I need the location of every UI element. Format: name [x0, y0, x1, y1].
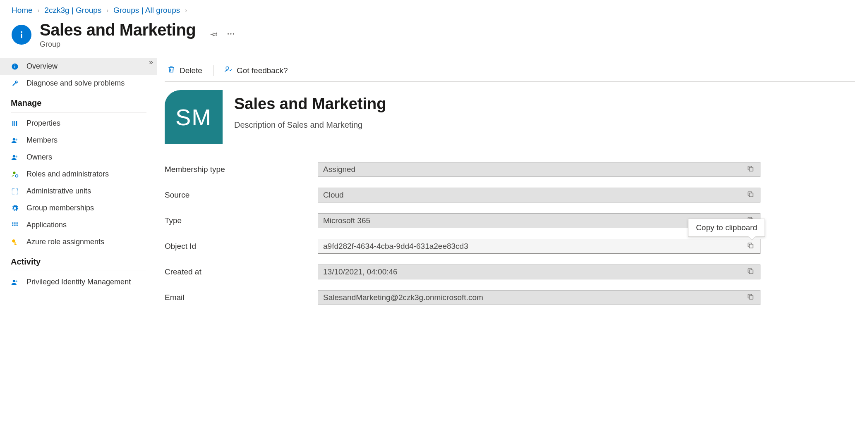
detail-label: Email	[165, 293, 318, 302]
svg-point-12	[13, 138, 15, 141]
svg-rect-24	[17, 224, 18, 226]
sidebar-item-label: Azure role assignments	[26, 238, 104, 246]
sidebar-item-owners[interactable]: Owners	[0, 149, 157, 166]
main-panel: Delete Got feedback? SM Sales and Market…	[157, 58, 868, 305]
svg-point-13	[16, 138, 18, 141]
detail-value: 13/10/2021, 04:00:46	[323, 267, 746, 276]
detail-label: Source	[165, 191, 318, 200]
page-subtitle: Group	[40, 40, 196, 49]
svg-rect-20	[14, 222, 16, 224]
detail-field[interactable]: 13/10/2021, 04:00:46	[318, 265, 760, 279]
sidebar-item-label: Applications	[26, 221, 67, 229]
collapse-sidebar-icon[interactable]: «	[149, 58, 153, 67]
svg-rect-34	[749, 244, 753, 248]
svg-point-17	[16, 174, 18, 177]
divider	[11, 271, 146, 271]
sidebar-item-apps[interactable]: Applications	[0, 217, 157, 234]
detail-field[interactable]: SalesandMarketing@2czk3g.onmicrosoft.com	[318, 290, 760, 305]
svg-rect-19	[12, 222, 13, 224]
sidebar-item-diagnose[interactable]: Diagnose and solve problems	[0, 75, 157, 92]
sidebar-section-activity: Activity	[0, 250, 157, 269]
entity-description: Description of Sales and Marketing	[234, 120, 386, 130]
svg-rect-23	[14, 224, 16, 226]
detail-row: SourceCloud	[165, 188, 760, 203]
sidebar-item-label: Members	[26, 136, 58, 145]
detail-label: Membership type	[165, 165, 318, 174]
sidebar-item-members[interactable]: Members	[0, 132, 157, 149]
avatar: SM	[165, 90, 223, 144]
page-header: Sales and Marketing Group	[0, 17, 868, 58]
svg-rect-11	[16, 121, 17, 126]
chevron-right-icon: ›	[106, 7, 108, 14]
copy-icon[interactable]	[746, 267, 755, 278]
detail-field[interactable]: Cloud	[318, 188, 760, 203]
sidebar-item-label: Diagnose and solve problems	[26, 79, 125, 88]
copy-icon[interactable]	[746, 292, 755, 303]
sidebar-item-label: Group memberships	[26, 204, 94, 212]
people-icon	[11, 278, 19, 286]
page-title: Sales and Marketing	[40, 21, 196, 39]
grid-dashed-icon	[11, 187, 19, 195]
detail-label: Object Id	[165, 242, 318, 251]
sidebar-item-roles[interactable]: Roles and administrators	[0, 166, 157, 183]
svg-rect-9	[12, 121, 13, 126]
detail-row: Object Ida9fd282f-4634-4cba-9dd4-631a2ee…	[165, 239, 760, 254]
detail-row: Membership typeAssigned	[165, 162, 760, 177]
svg-point-2	[21, 31, 22, 33]
detail-row: TypeMicrosoft 365	[165, 213, 760, 228]
svg-rect-10	[14, 121, 15, 126]
svg-point-14	[13, 155, 15, 157]
feedback-label: Got feedback?	[237, 66, 288, 75]
copy-icon[interactable]	[746, 241, 755, 252]
grid-icon	[11, 221, 19, 229]
svg-point-3	[228, 33, 229, 34]
detail-field[interactable]: Assigned	[318, 162, 760, 177]
detail-label: Type	[165, 216, 318, 225]
sidebar-item-properties[interactable]: Properties	[0, 115, 157, 132]
sidebar-item-pim[interactable]: Privileged Identity Management	[0, 274, 157, 291]
sidebar-section-manage: Manage	[0, 92, 157, 110]
sidebar-item-overview[interactable]: Overview	[0, 58, 157, 75]
toolbar: Delete Got feedback?	[165, 58, 855, 81]
feedback-button[interactable]: Got feedback?	[222, 64, 290, 77]
more-icon[interactable]	[226, 29, 235, 41]
sidebar-item-label: Overview	[26, 62, 58, 71]
sidebar-item-label: Privileged Identity Management	[26, 278, 131, 286]
svg-rect-21	[17, 222, 18, 224]
detail-field[interactable]: a9fd282f-4634-4cba-9dd4-631a2ee83cd3Copy…	[318, 239, 760, 254]
avatar-initials: SM	[175, 104, 212, 131]
breadcrumb-link[interactable]: 2czk3g | Groups	[44, 6, 101, 15]
svg-rect-1	[21, 34, 22, 38]
copy-icon[interactable]	[746, 164, 755, 175]
svg-point-30	[226, 67, 229, 69]
detail-row: Created at13/10/2021, 04:00:46	[165, 265, 760, 279]
sidebar-item-adminunits[interactable]: Administrative units	[0, 183, 157, 200]
svg-point-5	[233, 33, 234, 34]
delete-button[interactable]: Delete	[165, 64, 205, 77]
svg-point-28	[13, 280, 15, 282]
svg-rect-32	[749, 193, 753, 197]
pin-icon[interactable]	[210, 30, 218, 40]
people-icon	[11, 153, 19, 162]
wrench-icon	[11, 79, 19, 88]
detail-value: SalesandMarketing@2czk3g.onmicrosoft.com	[323, 293, 746, 302]
svg-point-29	[16, 280, 18, 282]
tooltip: Copy to clipboard	[688, 219, 765, 237]
sidebar-item-groupmem[interactable]: Group memberships	[0, 200, 157, 217]
sidebar-item-azurerole[interactable]: Azure role assignments	[0, 234, 157, 250]
svg-rect-36	[749, 295, 753, 299]
info-icon	[12, 25, 31, 45]
gear-icon	[11, 204, 19, 212]
trash-icon	[167, 65, 175, 76]
sidebar-item-label: Administrative units	[26, 187, 91, 195]
person-gear-icon	[11, 170, 19, 179]
breadcrumb-link[interactable]: Home	[12, 6, 33, 15]
detail-row: EmailSalesandMarketing@2czk3g.onmicrosof…	[165, 290, 760, 305]
entity-header: SM Sales and Marketing Description of Sa…	[165, 90, 855, 144]
feedback-icon	[224, 65, 233, 76]
detail-value: Assigned	[323, 165, 746, 174]
divider	[213, 65, 213, 76]
copy-icon[interactable]	[746, 190, 755, 201]
bars-icon	[11, 119, 19, 128]
breadcrumb-link[interactable]: Groups | All groups	[113, 6, 180, 15]
